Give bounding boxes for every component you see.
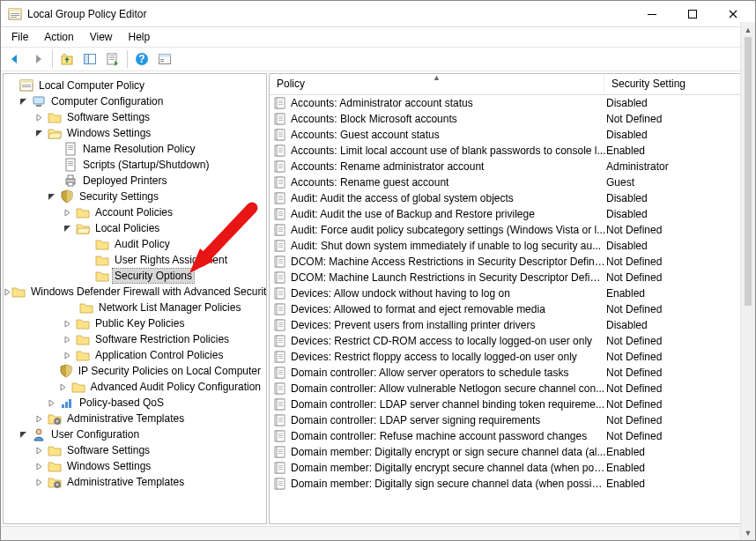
- window-title: Local Group Policy Editor: [27, 8, 632, 20]
- policy-row[interactable]: Domain controller: LDAP server signing r…: [270, 412, 737, 428]
- tree-scripts[interactable]: Scripts (Startup/Shutdown): [4, 157, 266, 173]
- column-header-policy[interactable]: Policy▲: [270, 74, 604, 94]
- up-button[interactable]: [56, 48, 78, 70]
- policy-name: DCOM: Machine Launch Restrictions in Sec…: [291, 271, 606, 284]
- tree-application-control[interactable]: Application Control Policies: [4, 347, 266, 363]
- show-hide-tree-button[interactable]: [79, 48, 100, 70]
- maximize-button[interactable]: [672, 1, 713, 27]
- tree-expand-icon[interactable]: [35, 478, 48, 486]
- tree-expand-icon[interactable]: [63, 352, 76, 359]
- help-button[interactable]: ?: [131, 48, 152, 70]
- minimize-button[interactable]: [632, 1, 672, 27]
- policy-row[interactable]: Domain member: Digitally sign secure cha…: [270, 476, 737, 492]
- menu-action[interactable]: Action: [37, 29, 80, 45]
- tree-public-key-policies[interactable]: Public Key Policies: [4, 315, 266, 331]
- svg-rect-82: [278, 211, 283, 212]
- list-body[interactable]: Accounts: Administrator account statusDi…: [270, 95, 752, 523]
- tree-advanced-audit[interactable]: Advanced Audit Policy Configuration: [4, 379, 266, 395]
- tree-expand-icon[interactable]: [35, 114, 48, 122]
- vertical-scrollbar[interactable]: ▲ ▼: [740, 73, 753, 524]
- tree-expand-icon[interactable]: [59, 383, 70, 391]
- policy-row[interactable]: DCOM: Machine Launch Restrictions in Sec…: [270, 270, 737, 285]
- policy-row[interactable]: Devices: Prevent users from installing p…: [270, 317, 737, 333]
- tree-user-rights[interactable]: User Rights Assignment: [4, 252, 266, 268]
- tree-ip-security[interactable]: IP Security Policies on Local Computer: [4, 363, 266, 379]
- tree-local-policies[interactable]: Local Policies: [4, 220, 266, 236]
- policy-row[interactable]: Devices: Allowed to format and eject rem…: [270, 301, 737, 317]
- forward-button[interactable]: [27, 48, 48, 70]
- tree-software-settings[interactable]: Software Settings: [4, 109, 266, 125]
- tree-software-settings-user[interactable]: Software Settings: [4, 442, 266, 458]
- policy-row[interactable]: Accounts: Block Microsoft accountsNot De…: [270, 111, 737, 127]
- tree-expand-icon[interactable]: [63, 225, 76, 233]
- tree-windows-defender-firewall[interactable]: Windows Defender Firewall with Advanced …: [4, 284, 266, 300]
- policy-row[interactable]: Accounts: Guest account statusDisabled: [270, 127, 737, 143]
- tree-admin-templates-computer[interactable]: Administrative Templates: [4, 411, 266, 426]
- policy-row[interactable]: Devices: Allow undock without having to …: [270, 285, 737, 301]
- policy-row[interactable]: Domain member: Digitally encrypt secure …: [270, 460, 737, 476]
- scrollbar-thumb[interactable]: [745, 73, 752, 306]
- tree-expand-icon[interactable]: [4, 288, 11, 296]
- tree-expand-icon[interactable]: [63, 336, 76, 344]
- tree-windows-settings[interactable]: Windows Settings: [4, 125, 266, 141]
- svg-rect-134: [278, 374, 283, 374]
- policy-row[interactable]: Accounts: Rename administrator accountAd…: [270, 159, 737, 174]
- svg-rect-36: [68, 182, 73, 186]
- policy-row[interactable]: Audit: Force audit policy subcategory se…: [270, 222, 737, 238]
- policy-row[interactable]: Accounts: Administrator account statusDi…: [270, 95, 737, 111]
- tree-name-resolution[interactable]: Name Resolution Policy: [4, 141, 266, 157]
- tree-root[interactable]: Local Computer Policy: [4, 78, 266, 93]
- policy-row[interactable]: Audit: Audit the use of Backup and Resto…: [270, 206, 737, 222]
- tree-security-options[interactable]: Security Options: [4, 268, 266, 284]
- policy-row[interactable]: Devices: Restrict CD-ROM access to local…: [270, 333, 737, 349]
- tree-node-label: User Rights Assignment: [113, 253, 229, 267]
- svg-rect-4: [11, 17, 17, 18]
- policy-icon: [273, 382, 287, 396]
- tree-expand-icon[interactable]: [63, 209, 76, 217]
- svg-rect-17: [159, 55, 171, 57]
- tree-policy-based-qos[interactable]: Policy-based QoS: [4, 395, 266, 411]
- policy-name: Audit: Shut down system immediately if u…: [291, 240, 606, 252]
- policy-row[interactable]: DCOM: Machine Access Restrictions in Sec…: [270, 254, 737, 270]
- tree-expand-icon[interactable]: [19, 98, 32, 106]
- policy-row[interactable]: Domain controller: Refuse machine accoun…: [270, 428, 737, 444]
- tree-expand-icon[interactable]: [35, 447, 48, 455]
- tree-expand-icon[interactable]: [19, 431, 32, 439]
- tree-expand-icon[interactable]: [35, 130, 48, 137]
- tree-network-list-manager[interactable]: Network List Manager Policies: [4, 300, 266, 315]
- policy-row[interactable]: Accounts: Rename guest accountGuest: [270, 174, 737, 190]
- policy-row[interactable]: Domain controller: LDAP server channel b…: [270, 396, 737, 412]
- policy-row[interactable]: Audit: Audit the access of global system…: [270, 190, 737, 206]
- back-button[interactable]: [4, 48, 26, 70]
- tree-audit-policy[interactable]: Audit Policy: [4, 236, 266, 252]
- svg-rect-164: [278, 469, 283, 470]
- menu-help[interactable]: Help: [122, 29, 158, 45]
- tree-windows-settings-user[interactable]: Windows Settings: [4, 458, 266, 474]
- tree-node-icon: [60, 396, 74, 410]
- policy-row[interactable]: Accounts: Limit local account use of bla…: [270, 143, 737, 159]
- tree-expand-icon[interactable]: [63, 320, 76, 328]
- tree[interactable]: Local Computer PolicyComputer Configurat…: [4, 74, 266, 523]
- tree-user-config[interactable]: User Configuration: [4, 426, 266, 442]
- tree-expand-icon[interactable]: [35, 415, 48, 423]
- tree-computer-config[interactable]: Computer Configuration: [4, 93, 266, 109]
- tree-deployed-printers[interactable]: Deployed Printers: [4, 173, 266, 189]
- tree-security-settings[interactable]: Security Settings: [4, 189, 266, 204]
- menu-file[interactable]: File: [4, 29, 35, 45]
- policy-row[interactable]: Domain member: Digitally encrypt or sign…: [270, 444, 737, 460]
- svg-rect-5: [648, 14, 656, 15]
- export-list-button[interactable]: [102, 48, 123, 70]
- policy-row[interactable]: Domain controller: Allow vulnerable Netl…: [270, 381, 737, 396]
- tree-expand-icon[interactable]: [48, 399, 60, 407]
- menu-view[interactable]: View: [83, 29, 120, 45]
- policy-row[interactable]: Devices: Restrict floppy access to local…: [270, 349, 737, 365]
- tree-expand-icon[interactable]: [35, 463, 48, 471]
- tree-admin-templates-user[interactable]: Administrative Templates: [4, 474, 266, 490]
- tree-account-policies[interactable]: Account Policies: [4, 204, 266, 220]
- policy-row[interactable]: Audit: Shut down system immediately if u…: [270, 238, 737, 254]
- filter-button[interactable]: [154, 48, 175, 70]
- column-header-setting[interactable]: Security Setting: [604, 74, 752, 94]
- tree-software-restriction[interactable]: Software Restriction Policies: [4, 331, 266, 347]
- tree-expand-icon[interactable]: [48, 193, 60, 201]
- policy-row[interactable]: Domain controller: Allow server operator…: [270, 365, 737, 381]
